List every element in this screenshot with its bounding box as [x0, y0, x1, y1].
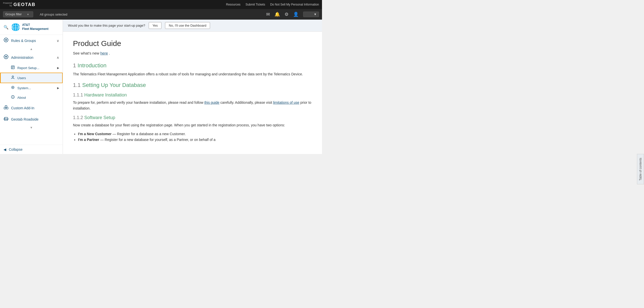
document-area: Table of contents Product Guide See what…: [63, 32, 322, 154]
report-setup-icon: [11, 65, 15, 70]
sidebar-item-users[interactable]: Users: [0, 73, 63, 83]
sidebar-item-label-geotab-roadside: Geotab Roadside: [11, 117, 59, 121]
groups-filter-label: Groups filter: [5, 13, 22, 16]
svg-point-6: [5, 39, 7, 41]
sidebar-logo: AT&TFleet Management: [11, 23, 49, 32]
sidebar-item-system[interactable]: System... ▶: [0, 83, 63, 93]
sidebar-item-rules-groups[interactable]: Rules & Groups ∨: [0, 35, 63, 46]
about-icon: i: [11, 95, 15, 100]
here-link[interactable]: here: [100, 51, 108, 55]
groups-filter-value: All groups selected: [40, 13, 67, 16]
section-1-1-2-num: 1.1.2: [73, 115, 84, 120]
sidebar-item-label-about: About: [17, 96, 59, 99]
no-dashboard-button[interactable]: No, I'll use the Dashboard: [165, 22, 210, 29]
resources-link[interactable]: Resources: [226, 3, 240, 6]
svg-point-15: [12, 87, 13, 88]
search-icon[interactable]: 🔍: [4, 25, 9, 30]
second-bar: Groups filter ▼ All groups selected ✉ 🔔 …: [0, 9, 322, 20]
section-1-1-title: Setting Up Your Database: [82, 82, 146, 88]
section-1-heading: 1 Introduction: [73, 62, 312, 69]
list-item-new-customer: I'm a New Customer — Register for a data…: [78, 131, 312, 137]
section-1-content: The Telematics Fleet Management Applicat…: [73, 71, 312, 77]
partner-text: — Register for a new database for yourse…: [100, 138, 215, 142]
subtitle-post: .: [109, 51, 110, 55]
svg-text:i: i: [13, 96, 13, 98]
sidebar-item-label-administration: Administration: [11, 56, 54, 60]
top-bar-links: Resources Submit Tickets Do Not Sell My …: [226, 3, 319, 6]
company-name: AT&TFleet Management: [22, 23, 49, 31]
list-item-partner: I'm a Partner — Register for a new datab…: [78, 137, 312, 143]
section-1-1-2-title: Software Setup: [84, 115, 115, 120]
user-dropdown[interactable]: ▼: [303, 12, 319, 17]
user-name-text: [305, 13, 312, 16]
section-1-1-1-title: Hardware Installation: [84, 92, 127, 97]
svg-point-8: [5, 56, 7, 58]
powered-by-text: Powered by: [3, 2, 12, 7]
submit-tickets-link[interactable]: Submit Tickets: [246, 3, 265, 6]
do-not-sell-link[interactable]: Do Not Sell My Personal Information: [270, 3, 319, 6]
user-icon[interactable]: 👤: [293, 12, 299, 17]
system-icon: [11, 85, 15, 90]
sidebar-item-about[interactable]: i About: [0, 93, 63, 102]
svg-point-22: [7, 119, 8, 121]
section-1-1-num: 1.1: [73, 82, 82, 88]
sidebar-item-label-custom-add-in: Custom Add-In: [11, 106, 59, 110]
report-setup-arrow-icon: ▶: [57, 66, 59, 70]
section-1-1-1-num: 1.1.1: [73, 92, 84, 97]
system-arrow-icon: ▶: [57, 86, 59, 90]
collapse-arrow-icon: ◀: [4, 147, 6, 151]
att-logo-icon: [11, 23, 20, 32]
subtitle-pre: See what's new: [73, 51, 100, 55]
rules-groups-icon: [4, 37, 9, 44]
section-1-num: 1: [73, 62, 77, 69]
user-dropdown-arrow-icon: ▼: [314, 13, 317, 16]
collapse-label: Collapse: [9, 147, 22, 151]
bell-icon[interactable]: 🔔: [274, 12, 280, 17]
sidebar-item-geotab-roadside[interactable]: Geotab Roadside: [0, 114, 63, 125]
svg-rect-19: [6, 107, 8, 109]
sidebar-item-custom-add-in[interactable]: Custom Add-In: [0, 102, 63, 114]
doc-title: Product Guide: [73, 39, 312, 48]
administration-arrow-icon: ∧: [57, 56, 59, 60]
yes-button[interactable]: Yes: [149, 22, 162, 29]
doc-subtitle: See what's new here .: [73, 50, 312, 56]
limitations-link[interactable]: limitations of use: [273, 100, 299, 105]
sidebar-item-label-report-setup: Report Setup...: [17, 66, 55, 70]
software-setup-list: I'm a New Customer — Register for a data…: [78, 131, 312, 143]
geotab-roadside-icon: [4, 116, 9, 122]
sidebar: 🔍 AT&TFleet Management Rules & Groups ∨: [0, 20, 63, 154]
sidebar-item-administration[interactable]: Administration ∧: [0, 52, 63, 63]
main-layout: 🔍 AT&TFleet Management Rules & Groups ∨: [0, 20, 322, 154]
svg-rect-20: [5, 106, 7, 107]
content-area: Would you like to make this page your st…: [63, 20, 322, 154]
sidebar-item-report-setup[interactable]: Report Setup... ▶: [0, 63, 63, 73]
sidebar-scroll-up: ▲: [0, 46, 63, 52]
hw-content-mid: carefully. Additionally, please visit: [220, 100, 273, 105]
this-guide-link[interactable]: this guide: [204, 100, 219, 105]
section-1-1-1-heading: 1.1.1 Hardware Installation: [73, 92, 312, 98]
rules-groups-arrow-icon: ∨: [57, 39, 59, 43]
collapse-button[interactable]: ◀ Collapse: [0, 145, 63, 154]
geotab-logo-text: GEOTAB: [14, 2, 36, 7]
section-1-title: Introduction: [77, 62, 106, 69]
sidebar-item-label-users: Users: [17, 76, 59, 80]
startup-banner: Would you like to make this page your st…: [63, 20, 322, 32]
sidebar-scroll-down: ▼: [0, 125, 63, 130]
hw-content-pre: To prepare for, perform and verify your …: [73, 100, 204, 105]
sidebar-header: 🔍 AT&TFleet Management: [0, 20, 63, 35]
section-1-1-2-heading: 1.1.2 Software Setup: [73, 115, 312, 120]
section-1-1-heading: 1.1 Setting Up Your Database: [73, 82, 312, 88]
gear-icon[interactable]: ⚙: [285, 12, 289, 17]
sidebar-item-label-rules-groups: Rules & Groups: [11, 39, 54, 43]
users-icon: [11, 75, 15, 80]
new-customer-text: — Register for a database as a new Custo…: [112, 132, 186, 136]
section-1-1-1-content: To prepare for, perform and verify your …: [73, 100, 312, 111]
mail-icon[interactable]: ✉: [266, 12, 270, 17]
svg-point-21: [5, 119, 6, 121]
section-1-1-2-content: Now create a database for your fleet usi…: [73, 122, 312, 128]
administration-icon: [4, 54, 9, 61]
logo-area: Powered by GEOTAB: [3, 2, 35, 7]
groups-filter-arrow-icon: ▼: [27, 13, 29, 16]
top-icons-area: ✉ 🔔 ⚙ 👤 ▼: [266, 12, 319, 17]
groups-filter-button[interactable]: Groups filter ▼: [3, 11, 33, 17]
